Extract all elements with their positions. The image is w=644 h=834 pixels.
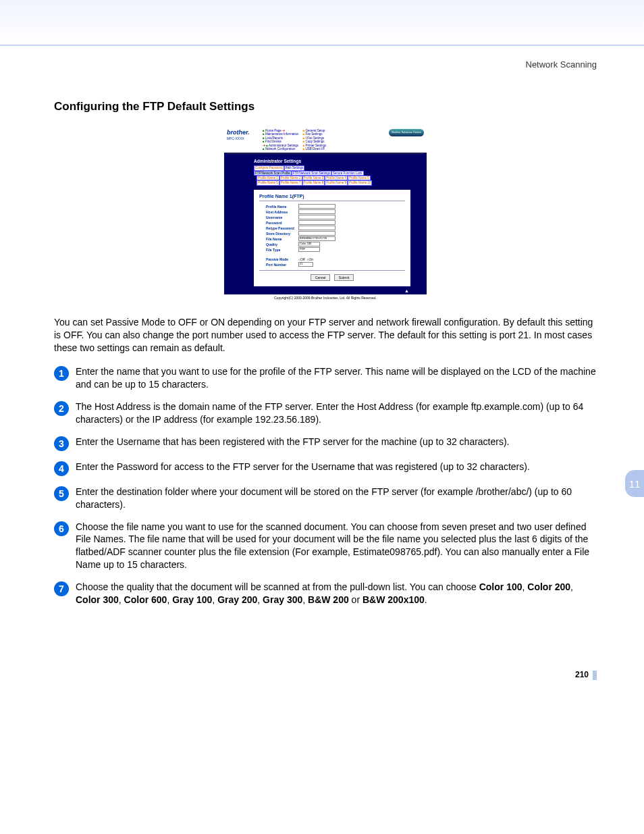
tab[interactable]: Profile Name 5 [348, 176, 371, 180]
step-3: 3 Enter the Username that has been regis… [54, 436, 597, 451]
nav-link[interactable]: Find Device [265, 140, 281, 143]
tab[interactable]: Profile Name 3 [302, 176, 325, 180]
page-content: Configuring the FTP Default Settings bro… [0, 70, 644, 643]
step-text: Enter the destination folder where your … [76, 486, 597, 511]
opt: Gray 200 [217, 594, 257, 605]
step-badge: 7 [54, 581, 69, 596]
top-band [0, 0, 644, 46]
select-quality[interactable]: Color 100 [298, 242, 320, 246]
lbl-username: Username [259, 215, 298, 219]
nav-link[interactable]: General Setup [305, 129, 325, 132]
ss-tabs: Configure PasswordWeb Settings FTP/Netwo… [224, 165, 427, 186]
chapter-tab: 11 [625, 470, 644, 497]
ss-buttons: Cancel Submit [259, 270, 405, 281]
ss-model: MFC-XXXX [227, 136, 261, 140]
tab[interactable]: Profile Name 7 [279, 180, 302, 185]
page-number-text: 210 [575, 670, 589, 679]
ss-panel: Profile Name 1(FTP) Profile Name Host Ad… [254, 190, 410, 286]
nav-link[interactable]: I-Fax Settings [305, 136, 324, 140]
ss-logo-text: brother. [227, 129, 250, 136]
tab[interactable]: Profile Name 6 [257, 180, 279, 185]
step-text: Choose the quality that the document wil… [76, 581, 597, 606]
ss-panel-title: Profile Name 1(FTP) [259, 194, 405, 201]
nav-link[interactable]: Administrator Settings [269, 144, 298, 147]
step-4: 4 Enter the Password for access to the F… [54, 461, 597, 476]
opt: Color 200 [527, 581, 570, 592]
section-title: Configuring the FTP Default Settings [54, 100, 597, 113]
embedded-screenshot: brother. MFC-XXXX ■ Home Page ➔ ■ Mainte… [224, 127, 427, 301]
ss-admin-title: Administrator Settings [224, 155, 427, 165]
page-number: 210 [0, 643, 644, 680]
tab[interactable]: Profile Name 8 [302, 180, 325, 185]
opt: Gray 100 [172, 594, 212, 605]
step-badge: 5 [54, 486, 69, 501]
nav-link[interactable]: Printer Settings [305, 144, 326, 147]
submit-button[interactable]: Submit [334, 274, 354, 281]
input-retype-password[interactable] [298, 226, 336, 230]
intro-paragraph: You can set Passive Mode to OFF or ON de… [54, 316, 597, 355]
input-username[interactable] [298, 215, 336, 219]
tab[interactable]: Profile Name 1 [257, 176, 279, 180]
screenshot-wrap: brother. MFC-XXXX ■ Home Page ➔ ■ Mainte… [54, 127, 597, 301]
step-badge: 3 [54, 436, 69, 451]
input-profile-name[interactable] [298, 204, 336, 209]
select-file-name[interactable]: BRN8890277052C720 [298, 236, 336, 241]
step-text: The Host Address is the domain name of t… [76, 400, 597, 426]
page-number-bar [593, 671, 597, 680]
step-badge: 6 [54, 521, 69, 536]
nav-link[interactable]: Home Page [265, 129, 281, 132]
tab[interactable]: Web Settings [284, 165, 305, 170]
step-7: 7 Choose the quality that the document w… [54, 581, 597, 606]
nav-link[interactable]: Maintenance Information [265, 132, 299, 136]
step-text: Enter the Username that has been registe… [76, 436, 597, 448]
lbl-port-number: Port Number [259, 263, 298, 267]
input-port-number[interactable]: 21 [298, 262, 313, 267]
step-2: 2 The Host Address is the domain name of… [54, 400, 597, 426]
opt: Color 600 [124, 594, 167, 605]
step7-or: or [349, 594, 363, 605]
tab[interactable]: Configure Password [254, 165, 284, 170]
tab[interactable]: FTP/Network Scan Settings [292, 171, 331, 176]
ss-logo: brother. MFC-XXXX [227, 129, 261, 140]
solutions-badge[interactable]: Brother Solutions Center [389, 129, 424, 136]
step-list: 1 Enter the name that you want to use fo… [54, 365, 597, 606]
lbl-quality: Quality [259, 242, 298, 246]
scroll-top-icon[interactable]: ▲ [224, 286, 427, 294]
ss-nav-col2: ■ General Setup ■ Fax Settings ■ I-Fax S… [301, 129, 329, 151]
step-badge: 1 [54, 366, 69, 381]
step-badge: 2 [54, 401, 69, 416]
opt: Gray 300 [263, 594, 302, 605]
step7-lead: Choose the quality that the document wil… [76, 581, 479, 592]
header-section-label: Network Scanning [0, 46, 644, 70]
tab[interactable]: Profile Name 9 [325, 180, 348, 185]
lbl-file-type: File Type [259, 248, 298, 252]
nav-link[interactable]: Copy Settings [305, 140, 324, 143]
tab[interactable]: Secure Function Lock [331, 171, 364, 176]
step-1: 1 Enter the name that you want to use fo… [54, 365, 597, 391]
lbl-password: Password [259, 221, 298, 225]
step-text: Choose the file name you want to use for… [76, 521, 597, 572]
opt: B&W 200x100 [363, 594, 425, 605]
nav-link[interactable]: USB Direct I/F [305, 147, 325, 151]
lbl-store-directory: Store Directory [259, 232, 298, 236]
tab[interactable]: Profile Name 10 [348, 180, 372, 185]
input-host-address[interactable] [298, 209, 336, 214]
select-file-type[interactable]: PDF [298, 247, 320, 252]
nav-link[interactable]: Fax Settings [305, 132, 322, 136]
input-store-directory[interactable] [298, 231, 336, 236]
nav-link[interactable]: Network Configuration [265, 147, 296, 151]
lbl-host-address: Host Address [259, 210, 298, 214]
radio-passive-off[interactable]: ○Off [298, 257, 305, 261]
input-password[interactable] [298, 220, 336, 225]
nav-link[interactable]: Lists/Reports [265, 136, 283, 140]
tab[interactable]: FTP/Network Scan Profile [254, 171, 292, 176]
radio-passive-on[interactable]: ○On [306, 257, 313, 261]
tab[interactable]: Profile Name 4 [325, 176, 348, 180]
step-5: 5 Enter the destination folder where you… [54, 486, 597, 511]
lbl-retype-password: Retype Password [259, 226, 298, 230]
step-text: Enter the name that you want to use for … [76, 365, 597, 391]
lbl-passive-mode: Passive Mode [259, 257, 298, 261]
opt: Color 100 [479, 581, 522, 592]
tab[interactable]: Profile Name 2 [279, 176, 302, 180]
cancel-button[interactable]: Cancel [311, 274, 331, 281]
